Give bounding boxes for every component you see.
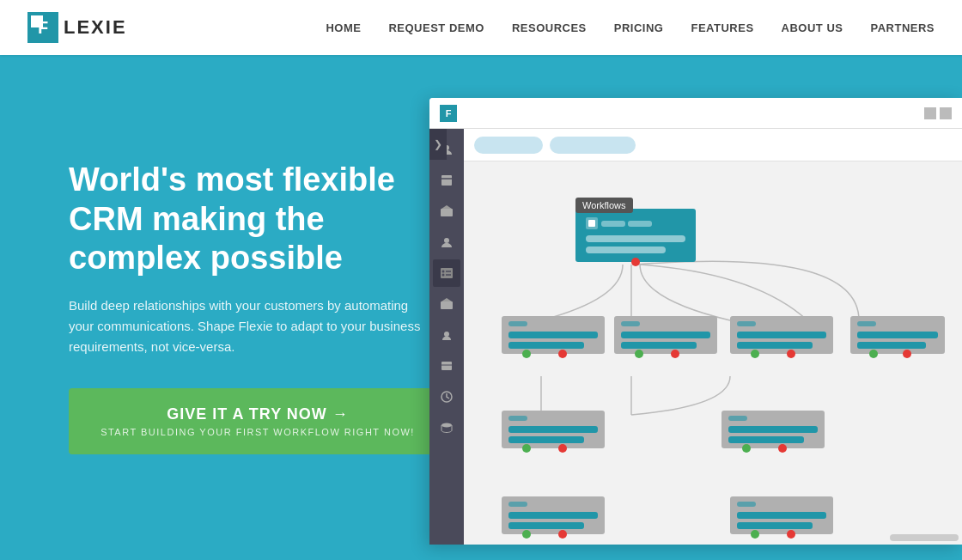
hero-content: World's most flexible CRM making the com… <box>0 109 481 506</box>
nav-pricing[interactable]: PRICING <box>614 21 664 34</box>
toolbar-pill-2 <box>550 137 636 154</box>
svg-rect-14 <box>441 362 452 370</box>
nav-home[interactable]: HOME <box>326 21 361 34</box>
svg-point-5 <box>444 238 449 243</box>
workflow-tooltip: Workflows <box>575 198 633 213</box>
wf-node-7 <box>502 496 605 534</box>
hero-description: Build deep relationships with your custo… <box>69 295 429 357</box>
wf-node-8 <box>730 496 833 534</box>
logo-text: LEXIE <box>64 16 127 39</box>
wf-node-4 <box>850 316 945 354</box>
wf-node-active <box>575 209 696 262</box>
hero-title: World's most flexible CRM making the com… <box>69 161 429 278</box>
nav-partners[interactable]: PARTNERS <box>870 21 935 34</box>
cta-main-label: GIVE IT A TRY NOW → <box>96 405 419 423</box>
cta-button[interactable]: GIVE IT A TRY NOW → START BUILDING YOUR … <box>69 388 447 454</box>
sidebar-btn-10[interactable] <box>433 414 460 441</box>
sidebar-btn-3[interactable] <box>433 198 460 225</box>
logo-f-letter: F <box>38 18 48 38</box>
wf-node-6 <box>722 411 825 448</box>
sidebar-toggle[interactable]: ❯ <box>429 129 447 160</box>
sidebar-btn-9[interactable] <box>433 383 460 411</box>
cta-sub-label: START BUILDING YOUR FIRST WORKFLOW RIGHT… <box>96 427 419 437</box>
nav-about-us[interactable]: ABOUT US <box>782 21 843 34</box>
nav-links: HOME REQUEST DEMO RESOURCES PRICING FEAT… <box>326 21 935 34</box>
svg-point-13 <box>444 332 449 337</box>
horizontal-scrollbar[interactable] <box>890 534 959 541</box>
sidebar-btn-2[interactable] <box>433 167 460 194</box>
logo-icon: F <box>27 12 58 43</box>
toolbar-pill-1 <box>474 137 543 154</box>
window-control-max <box>940 107 952 119</box>
wf-node-3 <box>730 316 833 354</box>
wf-node-5 <box>502 411 605 448</box>
window-control-min <box>924 107 936 119</box>
nav-features[interactable]: FEATURES <box>691 21 753 34</box>
app-screenshot: F ❯ <box>429 98 962 545</box>
app-logo-icon: F <box>440 105 457 122</box>
svg-rect-1 <box>441 175 452 186</box>
app-titlebar: F <box>429 98 962 129</box>
logo[interactable]: F LEXIE <box>27 12 127 43</box>
svg-marker-12 <box>441 298 452 301</box>
svg-rect-11 <box>441 301 453 309</box>
sidebar-btn-6[interactable] <box>433 290 460 318</box>
sidebar-btn-8[interactable] <box>433 352 460 380</box>
workflow-canvas: Workflows <box>464 161 962 545</box>
wf-node-2 <box>614 316 717 354</box>
wf-node-1 <box>502 316 605 354</box>
navbar: F LEXIE HOME REQUEST DEMO RESOURCES PRIC… <box>0 0 962 55</box>
svg-point-7 <box>442 271 445 273</box>
nav-request-demo[interactable]: REQUEST DEMO <box>388 21 484 34</box>
svg-marker-4 <box>441 205 452 209</box>
svg-rect-6 <box>441 268 453 278</box>
svg-point-16 <box>441 423 452 428</box>
hero-section: World's most flexible CRM making the com… <box>0 55 962 560</box>
app-toolbar <box>464 129 962 161</box>
sidebar-btn-4[interactable] <box>433 228 460 256</box>
app-main: Workflows <box>464 129 962 545</box>
svg-point-9 <box>442 274 445 277</box>
sidebar-btn-7[interactable] <box>433 321 460 349</box>
app-sidebar <box>429 129 464 545</box>
svg-rect-3 <box>441 209 453 216</box>
sidebar-btn-5[interactable] <box>433 259 460 287</box>
nav-resources[interactable]: RESOURCES <box>512 21 587 34</box>
